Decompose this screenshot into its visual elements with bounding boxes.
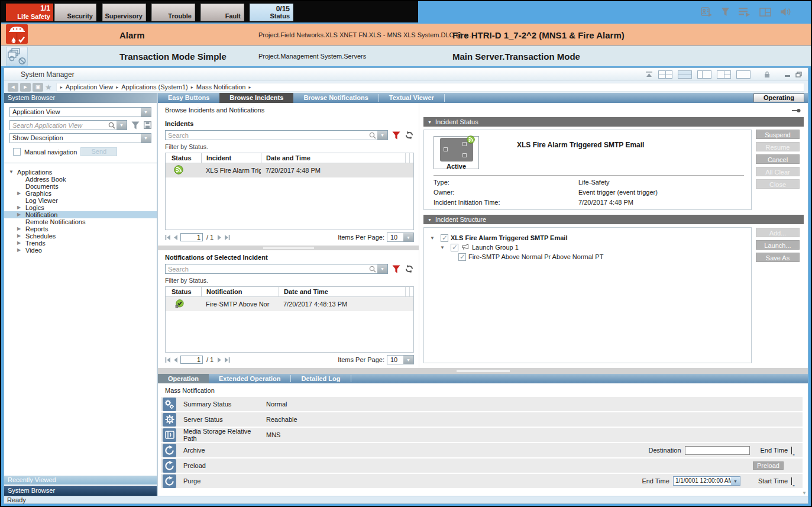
expander-icon[interactable]: [17, 240, 25, 247]
structure-leaf-row[interactable]: Fire-SMTP Above Normal Pr Above Normal P…: [430, 252, 751, 261]
event-list-icon[interactable]: [739, 7, 750, 17]
tree-item-remote-notifications[interactable]: Remote Notifications: [4, 218, 157, 225]
tree-item-trends[interactable]: Trends: [4, 240, 157, 247]
tree-item-notification[interactable]: Notification: [4, 211, 157, 218]
col-datetime[interactable]: Date and Time: [279, 287, 405, 296]
status-button[interactable]: 0/15 Status: [250, 4, 293, 21]
add-button[interactable]: Add...: [756, 228, 800, 237]
tab-browse-notifications[interactable]: Browse Notifications: [293, 93, 378, 103]
send-button[interactable]: Send: [80, 147, 117, 156]
alarm-event-row[interactable]: Alarm Project.Field Networks.XLS XNET FN…: [1, 24, 811, 46]
vertical-splitter[interactable]: [419, 103, 423, 368]
col-notification[interactable]: Notification: [201, 287, 279, 296]
structure-checkbox[interactable]: [441, 234, 448, 242]
incident-row[interactable]: XLS Fire Alarm Triggere 7/20/2017 4:48 P…: [166, 163, 413, 177]
tab-browse-incidents[interactable]: Browse Incidents: [219, 93, 293, 103]
prev-page-icon[interactable]: [173, 357, 178, 363]
forward-button[interactable]: ►: [20, 83, 31, 92]
tree-item-logics[interactable]: Logics: [4, 204, 157, 211]
restore-icon[interactable]: [795, 72, 802, 77]
favorite-star-icon[interactable]: ★: [45, 83, 52, 92]
recent-button[interactable]: ▣: [33, 83, 43, 92]
lock-icon[interactable]: [764, 71, 770, 78]
incident-structure-header[interactable]: ▼ Incident Structure: [423, 215, 804, 224]
first-page-icon[interactable]: [165, 357, 171, 363]
operator-icon[interactable]: [701, 7, 712, 17]
layout-mixed-icon[interactable]: [717, 70, 731, 79]
refresh-icon[interactable]: [405, 264, 414, 273]
chevron-down-icon[interactable]: [141, 108, 151, 117]
chevron-down-icon[interactable]: [403, 356, 413, 364]
chevron-down-icon[interactable]: [403, 233, 413, 241]
expander-icon[interactable]: [17, 232, 25, 240]
breadcrumb-item-applications[interactable]: Applications (System1): [121, 83, 188, 91]
items-per-page-dropdown[interactable]: 10: [387, 355, 414, 364]
start-time-field[interactable]: [791, 477, 797, 485]
tree-item-reports[interactable]: Reports: [4, 225, 157, 232]
filter-icon[interactable]: [131, 121, 140, 130]
tree-item-applications[interactable]: Applications: [4, 169, 157, 176]
last-page-icon[interactable]: [224, 357, 230, 363]
close-button[interactable]: Close: [756, 179, 800, 189]
structure-root-row[interactable]: XLS Fire Alarm Triggered SMTP Email: [430, 233, 751, 243]
tab-textual-viewer[interactable]: Textual Viewer: [379, 93, 444, 103]
layout-single-icon[interactable]: [736, 70, 750, 79]
expander-icon[interactable]: [440, 245, 448, 250]
next-page-icon[interactable]: [217, 357, 222, 363]
tree-item-video[interactable]: Video: [4, 247, 157, 254]
end-time-field[interactable]: [791, 447, 797, 454]
page-number-input[interactable]: [180, 356, 203, 364]
expander-icon[interactable]: [17, 190, 25, 197]
resume-button[interactable]: Resume: [756, 142, 800, 151]
prev-page-icon[interactable]: [173, 235, 178, 240]
tab-operation[interactable]: Operation: [158, 374, 209, 383]
launch-button[interactable]: Launch...: [756, 240, 800, 250]
split-window-icon[interactable]: [759, 8, 771, 17]
description-dropdown[interactable]: Show Description: [9, 133, 151, 143]
next-page-icon[interactable]: [217, 235, 222, 240]
layout-left-icon[interactable]: [697, 70, 711, 79]
tree-item-log-viewer[interactable]: Log Viewer: [4, 197, 157, 204]
col-status[interactable]: Status: [166, 154, 201, 162]
chevron-down-icon[interactable]: [377, 264, 387, 273]
main-horizontal-splitter[interactable]: [158, 368, 808, 374]
chevron-down-icon[interactable]: [141, 134, 151, 143]
smoke-detector-icon[interactable]: [6, 24, 28, 44]
minimize-icon[interactable]: [785, 75, 790, 77]
sidebar-search-input[interactable]: [10, 121, 108, 130]
expander-icon[interactable]: [17, 211, 25, 218]
filter-icon[interactable]: [721, 7, 730, 17]
page-number-input[interactable]: [180, 233, 203, 241]
filter-icon[interactable]: [392, 265, 400, 273]
suspend-button[interactable]: Suspend: [756, 130, 800, 139]
collapse-icon[interactable]: [645, 72, 653, 77]
layout-grid-icon[interactable]: [658, 70, 672, 79]
last-page-icon[interactable]: [224, 235, 230, 240]
items-per-page-dropdown[interactable]: 10: [387, 232, 414, 242]
notification-row[interactable]: Fire-SMTP Above Nor 7/20/2017 4:48:13 PM: [166, 297, 413, 311]
view-dropdown[interactable]: Application View: [9, 107, 151, 117]
transaction-event-row[interactable]: Transaction Mode Simple Project.Manageme…: [1, 46, 811, 66]
manual-navigation-checkbox[interactable]: [13, 148, 21, 156]
operating-button[interactable]: Operating: [753, 93, 804, 102]
preload-icon[interactable]: [163, 459, 176, 473]
life-safety-button[interactable]: 1/1 Life Safety: [6, 4, 53, 21]
expander-icon[interactable]: [9, 169, 17, 176]
col-status[interactable]: Status: [166, 288, 201, 295]
pin-icon[interactable]: [792, 108, 801, 113]
tree-item-schedules[interactable]: Schedules: [4, 232, 157, 240]
structure-checkbox[interactable]: [451, 244, 458, 251]
expander-icon[interactable]: [17, 247, 25, 254]
col-incident[interactable]: Incident: [201, 153, 261, 163]
save-icon[interactable]: [144, 121, 151, 129]
tab-extended-operation[interactable]: Extended Operation: [209, 374, 291, 383]
cancel-button[interactable]: Cancel: [756, 154, 800, 164]
layout-hsplit-icon[interactable]: [678, 70, 692, 79]
col-datetime[interactable]: Date and Time: [261, 153, 405, 163]
incident-status-header[interactable]: ▼ Incident Status: [423, 117, 804, 127]
transaction-mode-icon[interactable]: [6, 47, 28, 66]
filter-icon[interactable]: [392, 131, 400, 140]
expander-icon[interactable]: [17, 204, 25, 211]
tree-item-address-book[interactable]: Address Book: [4, 176, 157, 183]
speaker-icon[interactable]: [780, 7, 792, 17]
